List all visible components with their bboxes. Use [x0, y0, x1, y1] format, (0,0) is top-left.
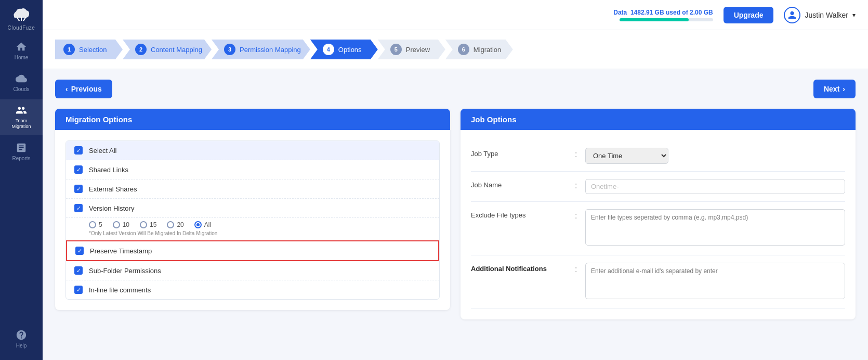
- version-radio-5[interactable]: 5: [89, 221, 102, 228]
- migration-options-card: Migration Options ✓ Select All ✓ Shar: [55, 109, 450, 310]
- step-5-label: Preview: [406, 46, 430, 54]
- option-inline-comments[interactable]: ✓ In-line file comments: [66, 280, 439, 299]
- prev-arrow-icon: ‹: [65, 85, 68, 93]
- step-4[interactable]: 4 Options: [310, 40, 378, 59]
- main-content: Data 1482.91 GB used of 2.00 GB Upgrade …: [43, 0, 868, 360]
- step-1-num: 1: [68, 46, 71, 53]
- option-select-all-label: Select All: [89, 147, 116, 155]
- cloudfuze-logo-icon: [12, 6, 31, 24]
- step-3-label: Permission Mapping: [240, 46, 301, 54]
- sidebar-label-clouds: Clouds: [13, 86, 29, 92]
- option-inline-comments-label: In-line file comments: [89, 286, 151, 294]
- step-1[interactable]: 1 Selection: [55, 40, 123, 59]
- checkbox-version-history[interactable]: ✓: [74, 204, 83, 212]
- two-col-layout: Migration Options ✓ Select All ✓ Shar: [55, 109, 856, 319]
- option-preserve-timestamp-label: Preserve Timestamp: [90, 247, 152, 255]
- step-5-circle: 5: [390, 44, 402, 55]
- data-label: Data: [613, 9, 627, 16]
- version-radio-20[interactable]: 20: [167, 221, 183, 228]
- radio-10-label: 10: [123, 221, 129, 228]
- checkbox-select-all[interactable]: ✓: [74, 146, 83, 155]
- exclude-file-input-wrapper: [585, 209, 845, 248]
- job-type-row: Job Type : One Time Scheduled: [471, 140, 845, 172]
- migration-options-body: ✓ Select All ✓ Shared Links ✓: [55, 130, 450, 310]
- step-2-label: Content Mapping: [151, 46, 202, 54]
- previous-button[interactable]: ‹ Previous: [55, 80, 112, 98]
- checkbox-inline-comments[interactable]: ✓: [74, 286, 83, 294]
- step-4-num: 4: [327, 46, 330, 53]
- step-6-circle: 6: [458, 44, 469, 55]
- exclude-file-label: Exclude File types: [471, 209, 575, 219]
- checkbox-external-shares[interactable]: ✓: [74, 185, 83, 193]
- step-3[interactable]: 3 Permission Mapping: [212, 40, 310, 59]
- radio-20-label: 20: [177, 221, 183, 228]
- reports-icon: [16, 142, 27, 153]
- step-6-label: Migration: [474, 46, 501, 54]
- option-external-shares-label: External Shares: [89, 185, 137, 193]
- step-2[interactable]: 2 Content Mapping: [123, 40, 212, 59]
- user-avatar: [784, 7, 800, 23]
- team-migration-icon: [16, 105, 27, 116]
- step-2-num: 2: [139, 46, 142, 53]
- data-used: 1482.91 GB: [630, 9, 664, 16]
- option-version-history[interactable]: ✓ Version History: [66, 199, 439, 218]
- radio-5-circle: [89, 221, 96, 228]
- user-menu[interactable]: Justin Walker ▾: [784, 7, 856, 23]
- sidebar-label-team-migration: Team Migration: [11, 118, 31, 130]
- job-name-input-wrapper: [585, 179, 845, 194]
- version-note: *Only Latest Version Will Be Migrated In…: [66, 229, 439, 240]
- next-button[interactable]: Next ›: [813, 80, 856, 98]
- job-type-label: Job Type: [471, 148, 575, 158]
- job-name-input[interactable]: [585, 179, 845, 194]
- migration-options-header: Migration Options: [55, 109, 450, 130]
- sidebar: CloudFuze Home Clouds Team Migration Rep…: [0, 0, 43, 360]
- radio-all-circle: [194, 221, 202, 228]
- step-5[interactable]: 5 Preview: [378, 40, 445, 59]
- additional-input-wrapper: [585, 263, 845, 301]
- additional-colon: :: [575, 263, 585, 274]
- job-options-body: Job Type : One Time Scheduled Job: [461, 130, 856, 319]
- version-radio-all[interactable]: All: [194, 221, 211, 228]
- version-radio-10[interactable]: 10: [113, 221, 129, 228]
- checkbox-preserve-timestamp[interactable]: ✓: [75, 247, 84, 255]
- data-usage-bar: [620, 18, 713, 21]
- sidebar-item-help[interactable]: Help: [0, 324, 43, 354]
- sidebar-item-reports[interactable]: Reports: [0, 137, 43, 166]
- radio-15-circle: [140, 221, 147, 228]
- job-name-colon: :: [575, 179, 585, 190]
- option-preserve-timestamp[interactable]: ✓ Preserve Timestamp: [66, 240, 439, 261]
- version-radio-group: 5 10 15: [66, 218, 439, 229]
- data-total: 2.00 GB: [690, 9, 713, 16]
- migration-options-col: Migration Options ✓ Select All ✓ Shar: [55, 109, 450, 319]
- option-shared-links[interactable]: ✓ Shared Links: [66, 160, 439, 179]
- step-3-circle: 3: [224, 44, 235, 55]
- upgrade-button[interactable]: Upgrade: [724, 7, 774, 23]
- exclude-file-colon: :: [575, 209, 585, 221]
- exclude-file-textarea[interactable]: [585, 209, 845, 246]
- sidebar-label-reports: Reports: [12, 156, 30, 161]
- job-options-card: Job Options Job Type : One Time Schedule…: [461, 109, 856, 319]
- option-external-shares[interactable]: ✓ External Shares: [66, 179, 439, 199]
- clouds-icon: [16, 73, 27, 84]
- step-3-num: 3: [228, 46, 231, 53]
- job-type-select[interactable]: One Time Scheduled: [585, 148, 668, 164]
- sidebar-label-home: Home: [15, 55, 29, 60]
- step-4-label: Options: [338, 46, 362, 54]
- topbar: Data 1482.91 GB used of 2.00 GB Upgrade …: [43, 0, 868, 30]
- additional-textarea[interactable]: [585, 263, 845, 299]
- step-2-circle: 2: [135, 44, 147, 55]
- version-radio-15[interactable]: 15: [140, 221, 156, 228]
- sidebar-item-home[interactable]: Home: [0, 36, 43, 66]
- step-6[interactable]: 6 Migration: [445, 40, 513, 59]
- option-select-all[interactable]: ✓ Select All: [66, 141, 439, 160]
- step-4-circle: 4: [323, 44, 334, 55]
- checkbox-shared-links[interactable]: ✓: [74, 165, 83, 174]
- exclude-file-row: Exclude File types :: [471, 202, 845, 255]
- checkbox-sub-folder[interactable]: ✓: [74, 266, 83, 275]
- additional-notifications-row: Additional Notifications :: [471, 255, 845, 309]
- option-shared-links-label: Shared Links: [89, 166, 128, 174]
- sidebar-brand-name: CloudFuze: [8, 25, 35, 31]
- sidebar-item-clouds[interactable]: Clouds: [0, 68, 43, 97]
- option-sub-folder-permissions[interactable]: ✓ Sub-Folder Permissions: [66, 261, 439, 280]
- sidebar-item-team-migration[interactable]: Team Migration: [0, 99, 43, 135]
